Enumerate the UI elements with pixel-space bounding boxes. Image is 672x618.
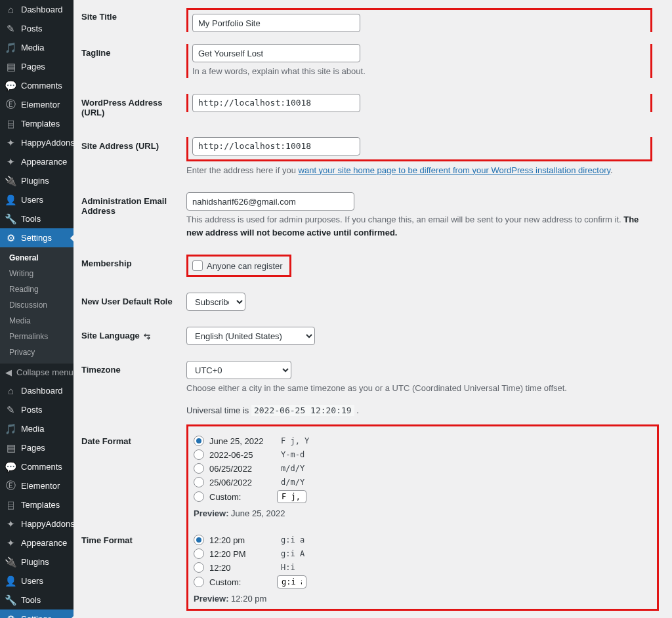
time-format-example: 12:20	[209, 563, 272, 573]
date-format-radio[interactable]	[194, 477, 204, 487]
site-url-link[interactable]: want your site home page to be different…	[299, 165, 610, 175]
gear-icon: ⚙	[5, 232, 16, 243]
sidebar-item-elementor[interactable]: ⒺElementor	[0, 95, 74, 114]
membership-checkbox-row[interactable]: Anyone can register	[192, 260, 283, 271]
membership-checkbox[interactable]	[192, 260, 203, 271]
sidebar-item-pages[interactable]: ▤Pages	[0, 57, 74, 76]
time-format-radio[interactable]	[194, 548, 204, 559]
sidebar-item-tools[interactable]: 🔧Tools	[0, 209, 74, 228]
sidebar-item-label: Users	[21, 195, 43, 205]
submenu-item-discussion[interactable]: Discussion	[0, 297, 74, 313]
sidebar-item-dashboard[interactable]: ⌂Dashboard	[0, 0, 74, 19]
sidebar-item-label: Templates	[21, 500, 60, 510]
sidebar-item-media[interactable]: 🎵Media	[0, 38, 74, 57]
date-format-option[interactable]: June 25, 2022F j, Y	[194, 435, 650, 447]
sidebar-item-comments[interactable]: 💬Comments	[0, 457, 74, 476]
time-format-radio[interactable]	[194, 562, 204, 573]
label-site-lang: Site Language ⥃	[81, 319, 186, 353]
sidebar-item-appearance[interactable]: ✦Appearance	[0, 152, 74, 171]
sidebar-item-tools[interactable]: 🔧Tools	[0, 590, 74, 609]
menu-icon: ✦	[5, 518, 16, 529]
sidebar-item-label: Plugins	[21, 557, 49, 567]
sidebar-item-settings[interactable]: ⚙ Settings	[0, 609, 74, 618]
date-format-custom[interactable]: Custom:	[194, 490, 650, 503]
sidebar-item-label: Settings	[21, 614, 52, 618]
label-site-url: Site Address (URL)	[81, 129, 186, 185]
sidebar-item-label: Comments	[21, 81, 62, 91]
sidebar-item-settings[interactable]: ⚙ Settings	[0, 228, 74, 247]
sidebar-item-users[interactable]: 👤Users	[0, 571, 74, 590]
sidebar-item-label: Pages	[21, 62, 45, 72]
sidebar-item-templates[interactable]: ⌸Templates	[0, 495, 74, 514]
sidebar-item-pages[interactable]: ▤Pages	[0, 438, 74, 457]
sidebar-item-plugins[interactable]: 🔌Plugins	[0, 171, 74, 190]
sidebar-item-label: Tools	[21, 214, 41, 224]
timezone-select[interactable]: UTC+0	[186, 361, 291, 379]
sidebar-item-happyaddons[interactable]: ✦HappyAddons	[0, 514, 74, 533]
time-format-option[interactable]: 12:20H:i	[194, 562, 650, 573]
wp-url-input[interactable]	[192, 94, 360, 112]
collapse-menu[interactable]: ◀ Collapse menu	[0, 363, 74, 381]
time-format-radio[interactable]	[194, 535, 204, 545]
time-custom-input[interactable]	[277, 575, 306, 588]
date-format-radio[interactable]	[194, 436, 204, 446]
sidebar-item-label: Pages	[21, 443, 45, 453]
sidebar-item-dashboard[interactable]: ⌂Dashboard	[0, 381, 74, 400]
date-format-option[interactable]: 25/06/2022d/m/Y	[194, 476, 650, 488]
menu-icon: ✦	[5, 137, 16, 148]
submenu-item-privacy[interactable]: Privacy	[0, 344, 74, 360]
menu-icon: ✎	[5, 23, 16, 34]
date-format-option[interactable]: 2022-06-25Y-m-d	[194, 449, 650, 461]
date-format-radio[interactable]	[194, 463, 204, 474]
sidebar-item-appearance[interactable]: ✦Appearance	[0, 533, 74, 552]
sidebar-item-templates[interactable]: ⌸Templates	[0, 114, 74, 133]
admin-email-input[interactable]	[186, 192, 354, 211]
date-format-example: 25/06/2022	[209, 478, 272, 487]
submenu-item-media[interactable]: Media	[0, 313, 74, 329]
sidebar-item-posts[interactable]: ✎Posts	[0, 400, 74, 419]
sidebar-item-label: Dashboard	[21, 386, 63, 396]
label-time-format: Time Format	[81, 496, 186, 618]
time-format-radio[interactable]	[194, 577, 204, 587]
time-format-option[interactable]: 12:20 PMg:i A	[194, 548, 650, 560]
tagline-desc: In a few words, explain what this site i…	[192, 65, 646, 78]
sidebar-item-media[interactable]: 🎵Media	[0, 419, 74, 438]
sidebar-item-comments[interactable]: 💬Comments	[0, 76, 74, 95]
date-format-radio[interactable]	[194, 491, 204, 502]
submenu-item-permalinks[interactable]: Permalinks	[0, 329, 74, 344]
sidebar-item-plugins[interactable]: 🔌Plugins	[0, 552, 74, 571]
menu-icon: ✦	[5, 156, 16, 167]
menu-icon: 🎵	[5, 42, 16, 53]
menu-icon: 💬	[5, 80, 16, 91]
sidebar-item-users[interactable]: 👤Users	[0, 190, 74, 209]
date-format-option[interactable]: 06/25/2022m/d/Y	[194, 463, 650, 474]
submenu-item-writing[interactable]: Writing	[0, 266, 74, 281]
time-format-code: g:i A	[277, 548, 308, 560]
label-admin-email: Administration Email Address	[81, 184, 186, 247]
new-role-select[interactable]: Subscriber	[186, 293, 245, 311]
date-custom-input[interactable]	[277, 490, 306, 503]
main-content: Site Title Tagline In a few words, expla…	[74, 0, 672, 618]
tagline-input[interactable]	[192, 44, 360, 62]
sidebar-item-label: Dashboard	[21, 5, 63, 14]
translate-icon: ⥃	[144, 332, 150, 341]
time-format-option[interactable]: 12:20 pmg:i a	[194, 534, 650, 546]
time-format-code: g:i a	[277, 534, 308, 546]
date-format-radio[interactable]	[194, 449, 204, 460]
menu-icon: 🎵	[5, 423, 16, 434]
sidebar-item-happyaddons[interactable]: ✦HappyAddons	[0, 133, 74, 152]
site-lang-select[interactable]: English (United States)	[186, 327, 315, 345]
menu-icon: ⌸	[5, 499, 16, 510]
site-title-input[interactable]	[192, 14, 360, 32]
menu-icon: ▤	[5, 61, 16, 72]
membership-label: Anyone can register	[207, 261, 283, 271]
submenu-item-general[interactable]: General	[0, 250, 74, 266]
submenu-item-reading[interactable]: Reading	[0, 281, 74, 297]
settings-submenu: GeneralWritingReadingDiscussionMediaPerm…	[0, 247, 74, 363]
sidebar-item-label: HappyAddons	[21, 138, 74, 148]
site-url-input[interactable]	[192, 137, 360, 155]
sidebar-item-elementor[interactable]: ⒺElementor	[0, 476, 74, 495]
label-date-format: Date Format	[81, 424, 186, 496]
time-format-custom[interactable]: Custom:	[194, 575, 650, 588]
sidebar-item-posts[interactable]: ✎Posts	[0, 19, 74, 38]
